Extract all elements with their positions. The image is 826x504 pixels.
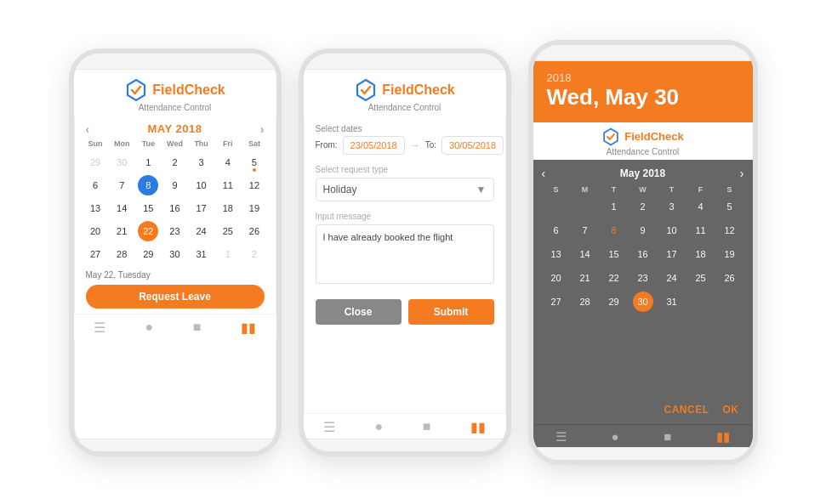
nav-chat-icon-2[interactable]: ■ (423, 419, 431, 434)
nav-list-icon-2[interactable]: ☰ (323, 419, 335, 435)
cal-day[interactable]: 6 (85, 175, 105, 195)
cal-day[interactable]: 29 (85, 152, 105, 173)
cal-day[interactable]: 15 (138, 198, 158, 218)
cal-day[interactable]: 26 (244, 221, 265, 241)
cal-day[interactable]: 24 (191, 221, 212, 241)
arrow-icon: → (410, 139, 420, 151)
dark-cal-day[interactable]: 23 (633, 268, 653, 288)
request-leave-btn[interactable]: Request Leave (86, 285, 265, 309)
dark-cal-day[interactable]: 2 (633, 196, 653, 217)
cal-day[interactable]: 12 (244, 175, 265, 195)
nav-chart-icon-2[interactable]: ▮▮ (470, 419, 486, 435)
month-label-1: MAY 2018 (148, 122, 202, 135)
dark-cal-day[interactable]: 15 (604, 244, 624, 264)
cal-day[interactable]: 3 (191, 152, 212, 173)
dark-cal-day[interactable]: 1 (604, 196, 624, 217)
logo-field-3: Field (624, 130, 650, 143)
dark-cal-day[interactable]: 26 (720, 268, 740, 288)
message-area[interactable]: I have already booked the flight (316, 224, 494, 284)
dark-nav-list[interactable]: ☰ (555, 429, 567, 445)
cal-header-1: Sun Mon Tue Wed Thu Fri Sat (83, 138, 268, 150)
dark-cal-day[interactable]: 10 (662, 220, 682, 241)
fieldcheck-logo-icon-2 (354, 78, 378, 102)
dark-cal-day[interactable]: 28 (575, 292, 595, 312)
cal-day[interactable]: 13 (85, 198, 105, 218)
nav-user-icon-1[interactable]: ● (145, 320, 153, 335)
cal-day[interactable]: 17 (191, 198, 212, 218)
cal-day[interactable]: 9 (164, 175, 185, 195)
cal-day[interactable]: 10 (191, 175, 212, 195)
cal-day[interactable]: 28 (111, 244, 132, 264)
cal-day[interactable]: 7 (111, 175, 132, 195)
dark-cal-day[interactable]: 13 (546, 244, 567, 264)
cal-day[interactable]: 30 (164, 244, 185, 264)
cal-day[interactable]: 29 (138, 244, 158, 264)
from-label: From: (316, 140, 338, 150)
from-date[interactable]: 23/05/2018 (343, 136, 405, 155)
ok-button[interactable]: OK (723, 404, 739, 416)
dark-cal-day[interactable]: 9 (633, 220, 653, 241)
cal-day[interactable]: 16 (164, 198, 185, 218)
cal-day[interactable]: 30 (111, 152, 132, 173)
cal-day[interactable]: 1 (138, 152, 158, 173)
to-date[interactable]: 30/05/2018 (441, 136, 504, 155)
dark-nav-chart[interactable]: ▮▮ (716, 429, 730, 445)
dark-cal-day[interactable]: 29 (604, 292, 624, 312)
dark-cal-day[interactable]: 17 (662, 244, 682, 264)
cal-day[interactable]: 25 (218, 221, 238, 241)
dark-cal-day[interactable]: 5 (720, 196, 740, 217)
dark-cal-day[interactable]: 27 (546, 292, 567, 312)
close-button[interactable]: Close (316, 299, 402, 325)
dark-cal-day[interactable]: 3 (662, 196, 682, 217)
dark-cal-day[interactable]: 21 (575, 268, 595, 288)
cal-day[interactable]: 27 (85, 244, 105, 264)
dark-cal-day[interactable]: 4 (691, 196, 711, 217)
dark-cal-day[interactable]: 19 (720, 244, 740, 264)
cal-day[interactable]: 23 (164, 221, 185, 241)
cal-day[interactable]: 8 (138, 175, 158, 195)
dark-cal-day[interactable]: 20 (546, 268, 567, 288)
cal-day[interactable]: 14 (111, 198, 132, 218)
dark-cal-day[interactable]: 7 (575, 220, 595, 241)
cal-day[interactable]: 1 (218, 244, 238, 264)
cal-day[interactable]: 18 (218, 198, 238, 218)
nav-user-icon-2[interactable]: ● (374, 419, 383, 434)
cal-day[interactable]: 4 (218, 152, 238, 173)
cal-day[interactable]: 2 (164, 152, 185, 173)
dark-next-btn[interactable]: › (740, 167, 744, 180)
dark-cal-day[interactable]: 14 (575, 244, 595, 264)
cal-day[interactable]: 31 (191, 244, 212, 264)
prev-month-btn-1[interactable]: ‹ (86, 122, 90, 136)
dark-cal-day[interactable]: 6 (546, 220, 567, 241)
nav-chat-icon-1[interactable]: ■ (193, 320, 202, 335)
cancel-button[interactable]: CANCEL (664, 404, 709, 416)
phone-1: FieldCheck Attendance Control ‹ MAY 2018… (69, 48, 282, 456)
request-type-select[interactable]: Holiday ▼ (316, 178, 494, 201)
submit-button[interactable]: Submit (408, 299, 494, 325)
nav-chart-icon-1[interactable]: ▮▮ (241, 320, 256, 336)
cal-day[interactable]: 2 (244, 244, 265, 264)
cal-day[interactable]: 11 (218, 175, 238, 195)
cal-day[interactable]: 21 (111, 221, 132, 241)
dark-cal-day[interactable]: 30 (633, 292, 653, 312)
dark-cal-day[interactable]: 11 (691, 220, 711, 241)
dark-prev-btn[interactable]: ‹ (542, 167, 546, 180)
dark-nav-user[interactable]: ● (612, 429, 619, 444)
dark-cal-day (720, 292, 740, 312)
dark-nav-chat[interactable]: ■ (664, 429, 671, 444)
request-type-value: Holiday (323, 184, 357, 195)
dark-cal-day[interactable]: 25 (691, 268, 711, 288)
nav-list-icon-1[interactable]: ☰ (94, 320, 105, 336)
cal-day[interactable]: 22 (138, 221, 158, 241)
cal-day[interactable]: 20 (85, 221, 105, 241)
dark-cal-day[interactable]: 31 (662, 292, 682, 312)
dark-cal-day[interactable]: 22 (604, 268, 624, 288)
cal-day[interactable]: 19 (244, 198, 265, 218)
next-month-btn-1[interactable]: › (260, 122, 265, 136)
dark-cal-day[interactable]: 24 (662, 268, 682, 288)
dark-cal-day[interactable]: 16 (633, 244, 653, 264)
dark-cal-day[interactable]: 12 (720, 220, 740, 241)
dark-cal-day[interactable]: 8 (604, 220, 624, 241)
cal-day[interactable]: 5 (244, 152, 265, 173)
dark-cal-day[interactable]: 18 (691, 244, 711, 264)
